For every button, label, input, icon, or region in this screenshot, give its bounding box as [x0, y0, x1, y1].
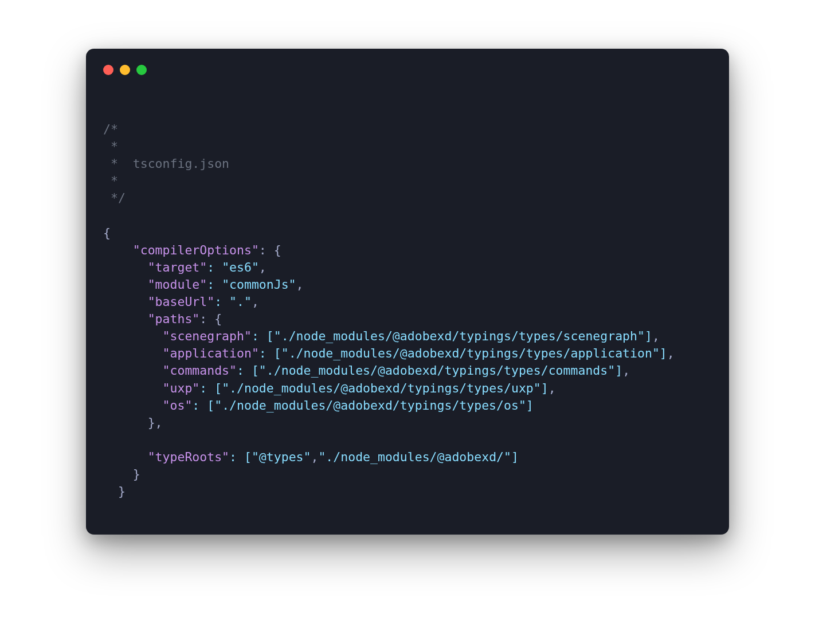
punc: ,: [667, 346, 675, 360]
punc: :: [214, 294, 229, 309]
punc: :: [192, 398, 207, 413]
code-editor: /* * * tsconfig.json * */ { "compilerOpt…: [86, 104, 729, 500]
json-string: "commonJs": [222, 277, 296, 292]
code-window: /* * * tsconfig.json * */ { "compilerOpt…: [86, 49, 729, 535]
punc: ]: [526, 398, 534, 413]
window-titlebar: [86, 65, 729, 75]
json-key-module: "module": [148, 277, 207, 292]
punc: ,: [296, 277, 304, 292]
punc: ]: [615, 363, 622, 378]
punc: :: [259, 346, 274, 360]
punc: ]: [541, 381, 548, 395]
comment-line: * tsconfig.json: [103, 156, 229, 171]
comment-line: *: [103, 139, 118, 154]
comment-line: */: [103, 191, 126, 205]
punc: :: [252, 329, 267, 343]
json-string: "es6": [222, 260, 259, 274]
json-key-paths: "paths": [148, 312, 200, 326]
punc: ]: [511, 450, 519, 464]
punc: ,: [548, 381, 556, 395]
brace-close: }: [118, 484, 126, 498]
punc: [: [207, 398, 214, 413]
punc: :: [199, 381, 214, 395]
json-string: "./node_modules/@adobexd/typings/types/a…: [281, 346, 660, 360]
punc: :: [207, 260, 222, 274]
punc: :: [207, 277, 222, 292]
brace-open: {: [103, 226, 111, 240]
punc: :: [237, 363, 252, 378]
json-key-os: "os": [163, 398, 193, 413]
punc: [: [274, 346, 281, 360]
json-key-baseUrl: "baseUrl": [148, 294, 215, 309]
close-icon[interactable]: [103, 65, 113, 75]
json-string: "./node_modules/@adobexd/typings/types/c…: [259, 363, 615, 378]
json-key-application: "application": [163, 346, 259, 360]
punc: [: [244, 450, 252, 464]
punc: ,: [252, 294, 259, 309]
json-key-uxp: "uxp": [163, 381, 200, 395]
json-string: "./node_modules/@adobexd/typings/types/u…: [222, 381, 541, 395]
punc: ]: [660, 346, 667, 360]
brace-close: }: [133, 467, 140, 481]
json-key-target: "target": [148, 260, 207, 274]
json-string: "./node_modules/@adobexd/": [318, 450, 511, 464]
minimize-icon[interactable]: [120, 65, 130, 75]
punc: [: [267, 329, 274, 343]
json-string: ".": [229, 294, 252, 309]
json-key-scenegraph: "scenegraph": [163, 329, 252, 343]
comment-line: *: [103, 174, 118, 188]
punc: },: [148, 415, 163, 430]
punc: [: [252, 363, 259, 378]
punc: ]: [645, 329, 652, 343]
punc: : {: [259, 243, 281, 257]
punc: ,: [311, 450, 318, 464]
punc: ,: [622, 363, 630, 378]
json-string: "./node_modules/@adobexd/typings/types/s…: [274, 329, 645, 343]
punc: :: [229, 450, 244, 464]
comment-line: /*: [103, 122, 118, 136]
punc: : {: [199, 312, 222, 326]
json-key-commands: "commands": [163, 363, 237, 378]
punc: ,: [652, 329, 660, 343]
punc: ,: [259, 260, 267, 274]
zoom-icon[interactable]: [136, 65, 147, 75]
json-key-compilerOptions: "compilerOptions": [133, 243, 259, 257]
json-string: "@types": [252, 450, 311, 464]
json-key-typeRoots: "typeRoots": [148, 450, 229, 464]
json-string: "./node_modules/@adobexd/typings/types/o…: [214, 398, 526, 413]
punc: [: [214, 381, 222, 395]
